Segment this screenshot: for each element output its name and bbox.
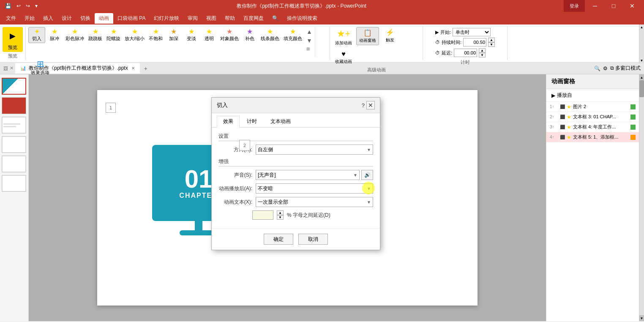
menu-review[interactable]: 审阅: [183, 13, 202, 24]
anim-seesaw-button[interactable]: ★ 跷跷板: [87, 27, 104, 43]
anim-zoom-button[interactable]: ★ 放大/缩小: [123, 27, 146, 43]
scrollbar-thumb[interactable]: [639, 80, 644, 97]
slide-thumb-3[interactable]: 3: [2, 117, 26, 134]
menu-baidu[interactable]: 百度网盘: [239, 13, 268, 24]
redo-btn[interactable]: ↪: [24, 2, 32, 10]
anim-fade-button[interactable]: ★ 变淡: [183, 27, 200, 43]
duration-input[interactable]: [463, 38, 486, 46]
dialog-close-button[interactable]: ✕: [366, 101, 375, 109]
scrollbar-up-btn[interactable]: ▲: [639, 74, 644, 80]
anim-item-2[interactable]: 2↑ ⬛ ★ 文本框 3: 01 CHAP...: [546, 112, 639, 122]
ribbon-scroll-down[interactable]: ▼: [306, 36, 313, 45]
anim-item-3[interactable]: 3↑ ⬛ ★ 文本框 4: 年度工作...: [546, 122, 639, 132]
cancel-button[interactable]: 取消: [298, 234, 328, 245]
spacing-down[interactable]: ▼: [277, 215, 284, 220]
anim-type-3: ⬛: [560, 125, 565, 129]
anim-type-4: ⬛: [560, 135, 565, 139]
anim-objcolor-button[interactable]: ★ 对象颜色: [218, 27, 240, 43]
ribbon-preview: ▶ 预览 预览: [0, 26, 26, 60]
delay-input[interactable]: [454, 49, 477, 57]
anim-transparent-button[interactable]: ★ 透明: [201, 27, 218, 43]
quick-access-toolbar[interactable]: 💾 ↩ ↪ ▾: [3, 2, 39, 10]
direction-select[interactable]: 自左侧 ▼: [256, 145, 373, 155]
slide-thumb-5[interactable]: 5: [2, 156, 26, 172]
after-anim-select[interactable]: 不变暗 ▼: [256, 183, 373, 194]
play-from-button[interactable]: ▶ 播放自: [546, 89, 639, 102]
after-anim-value: 不变暗: [258, 185, 273, 192]
trigger-button[interactable]: ⚡ 触发: [381, 27, 399, 44]
menu-slideshow[interactable]: 幻灯片放映: [150, 13, 183, 24]
qat-more-btn[interactable]: ▾: [33, 2, 39, 10]
start-select[interactable]: 单击时 与上一动画同时 上一动画之后: [453, 28, 491, 36]
anim-item-1[interactable]: 1↑ ⬛ ★ 图片 2: [546, 102, 639, 112]
dialog-help-icon[interactable]: ?: [362, 102, 365, 109]
ribbon-scroll-up[interactable]: ▲: [306, 27, 313, 36]
spacing-up[interactable]: ▲: [277, 210, 284, 215]
collect-icon: ♥: [341, 50, 346, 58]
dialog-tab-textanim[interactable]: 文本动画: [264, 116, 297, 127]
ribbon-scrollbar[interactable]: ▲ ▼: [639, 25, 644, 63]
close-button[interactable]: ✕: [624, 0, 641, 12]
anim-text-select[interactable]: 一次显示全部 ▼: [256, 197, 373, 207]
collect-animation-button[interactable]: ♥ 收藏动画: [333, 49, 355, 66]
slide-thumb-6[interactable]: 6: [2, 175, 26, 192]
window-controls[interactable]: 登录 ─ □ ✕: [564, 0, 641, 12]
after-anim-label: 动画播放后(A):: [218, 185, 252, 192]
anim-cutIn-button[interactable]: ✦ 切入: [28, 27, 45, 43]
multi-window-button[interactable]: ⧉ 多窗口模式: [610, 65, 641, 72]
duration-stepper[interactable]: ▲ ▼: [488, 38, 495, 47]
menu-view[interactable]: 视图: [202, 13, 221, 24]
menu-animation[interactable]: 动画: [95, 13, 113, 24]
anim-desaturate-button[interactable]: ★ 不饱和: [147, 27, 164, 43]
monitor-stand-neck: [195, 221, 202, 230]
duration-down[interactable]: ▼: [488, 42, 495, 47]
slide-thumb-2[interactable]: 2: [2, 97, 26, 114]
anim-linecolor-button[interactable]: ★ 线条颜色: [259, 27, 281, 43]
menu-home[interactable]: 开始: [20, 13, 39, 24]
tabbar-gear-icon[interactable]: ⚙: [603, 65, 608, 71]
sound-button[interactable]: 🔊: [361, 170, 373, 180]
menu-transition[interactable]: 切换: [76, 13, 95, 24]
letter-spacing-stepper[interactable]: ▲ ▼: [277, 210, 284, 220]
confirm-button[interactable]: 确定: [264, 234, 293, 245]
anim-pulse-button[interactable]: ★ 脉冲: [46, 27, 63, 43]
delay-down[interactable]: ▼: [479, 53, 486, 57]
menu-search[interactable]: 操作说明搜索: [283, 13, 322, 24]
anim-item-4[interactable]: 4↑ ⬛ ★ 文本框 5: 1、添加框...: [546, 132, 639, 142]
anim-complement-button[interactable]: ★ 补色: [241, 27, 258, 43]
dialog-tab-effect[interactable]: 效果: [217, 116, 240, 128]
animation-pane-button[interactable]: 📋 动画窗格: [356, 27, 379, 45]
anim-darken-button[interactable]: ★ 加深: [165, 27, 182, 43]
login-button[interactable]: 登录: [564, 0, 585, 12]
save-btn[interactable]: 💾: [3, 2, 13, 10]
undo-btn[interactable]: ↩: [15, 2, 22, 10]
ribbon-down-icon[interactable]: ▼: [639, 59, 644, 63]
anim-spin-button[interactable]: ★ 陀螺旋: [105, 27, 122, 43]
ribbon-up-icon[interactable]: ▲: [639, 25, 644, 29]
add-animation-button[interactable]: ★+ 添加动画: [333, 27, 355, 47]
slide-thumb-1[interactable]: 1: [2, 78, 26, 95]
dialog-tab-timing[interactable]: 计时: [240, 116, 263, 127]
delay-up[interactable]: ▲: [479, 48, 486, 53]
delay-stepper[interactable]: ▲ ▼: [479, 48, 486, 57]
scrollbar-down-btn[interactable]: ▼: [639, 315, 644, 321]
sound-select[interactable]: [无声音] ▼: [256, 170, 360, 180]
menu-insert[interactable]: 插入: [39, 13, 57, 24]
menu-file[interactable]: 文件: [2, 13, 20, 24]
menu-pocketanim[interactable]: 口袋动画 PA: [113, 13, 150, 24]
menu-design[interactable]: 设计: [57, 13, 76, 24]
cutIn-icon: ✦: [34, 28, 40, 35]
preview-button[interactable]: ▶ 预览: [3, 27, 23, 52]
maximize-button[interactable]: □: [605, 0, 622, 12]
anim-colorpulse-button[interactable]: ★ 彩色脉冲: [64, 27, 86, 43]
anim-fillcolor-button[interactable]: ★ 填充颜色: [282, 27, 304, 43]
minimize-button[interactable]: ─: [587, 0, 603, 12]
anim-text-1: 图片 2: [573, 104, 629, 110]
ribbon-more-effects[interactable]: ⊞: [306, 46, 313, 52]
slide-thumb-4[interactable]: 4: [2, 136, 26, 153]
menu-help[interactable]: 帮助: [221, 13, 239, 24]
tabbar-search-icon[interactable]: 🔍: [594, 65, 600, 71]
duration-up[interactable]: ▲: [488, 38, 495, 42]
vertical-scrollbar[interactable]: ▲ ▼: [639, 74, 644, 321]
letter-spacing-input[interactable]: [252, 210, 273, 220]
